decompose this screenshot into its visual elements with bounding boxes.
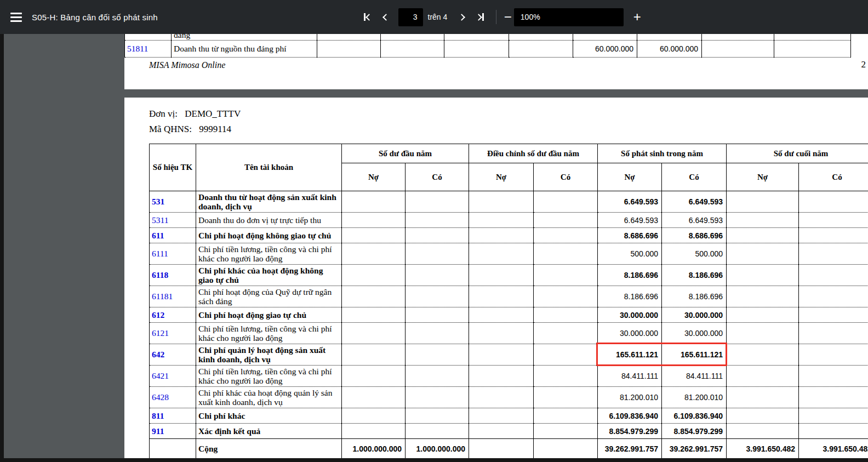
col-header-name: Tên tài khoản xyxy=(196,144,342,191)
account-name: Doanh thu do đơn vị tự trực tiếp thu xyxy=(196,213,342,228)
account-name: Chi phí tiền lương, tiền công và chi phí… xyxy=(196,243,342,265)
pdf-page-3: Đơn vị: DEMO_TTTV Mã QHNS: 9999114 Số hi… xyxy=(124,98,868,458)
amount-cell xyxy=(469,439,534,459)
amount-cell xyxy=(342,307,406,323)
clipped-text: đảng xyxy=(172,34,317,40)
amount-cell xyxy=(534,439,598,459)
amount-cell: 1.000.000.000 xyxy=(406,439,469,459)
toolbar-divider xyxy=(496,10,496,24)
first-page-icon[interactable] xyxy=(362,11,374,23)
table-row: 612Chi phí hoạt động giao tự chủ30.000.0… xyxy=(150,307,868,323)
amount-cell xyxy=(799,213,868,228)
report-header: Đơn vị: DEMO_TTTV Mã QHNS: 9999114 xyxy=(149,109,868,139)
amount-cell xyxy=(534,213,598,228)
account-link[interactable]: 612 xyxy=(150,307,196,323)
account-name: Chi phí khác của hoạt động không giao tự… xyxy=(196,265,342,286)
amount-cell xyxy=(799,243,868,265)
account-link[interactable]: 5311 xyxy=(150,213,196,228)
chevron-right-icon[interactable] xyxy=(457,13,466,22)
qhns-label: Mã QHNS: xyxy=(149,124,192,135)
table-row: 6428Chi phí khác của hoạt động quản lý s… xyxy=(150,387,868,408)
prev-page-table-fragment: đảng 51811 Doanh thu từ nguồn thu đảng p… xyxy=(124,34,851,58)
col-header-account: Số hiệu TK xyxy=(150,144,196,191)
amount-cell xyxy=(799,366,868,387)
amount-cell xyxy=(534,191,598,213)
amount-cell xyxy=(727,286,799,307)
col-subheader-credit: Có xyxy=(799,163,868,191)
amount-cell: 6.649.593 xyxy=(662,213,727,228)
amount-cell xyxy=(342,366,406,387)
amount-cell xyxy=(469,228,534,243)
amount-cell xyxy=(799,191,868,213)
amount-cell xyxy=(727,213,799,228)
zoom-in-button[interactable]: + xyxy=(631,10,643,24)
account-link[interactable]: 811 xyxy=(150,408,196,424)
amount-cell xyxy=(727,424,799,439)
amount-cell xyxy=(342,286,406,307)
amount-cell xyxy=(799,228,868,243)
amount-cell: 30.000.000 xyxy=(598,323,662,344)
account-link[interactable]: 611 xyxy=(150,228,196,243)
amount-cell: 6.649.593 xyxy=(598,213,662,228)
amount-cell: 8.686.696 xyxy=(598,228,662,243)
amount-cell: 8.186.696 xyxy=(598,265,662,286)
amount-cell xyxy=(799,408,868,424)
amount-cell xyxy=(469,366,534,387)
zoom-level-input[interactable] xyxy=(514,8,624,26)
account-name: Doanh thu từ nguồn thu đảng phí xyxy=(172,41,317,58)
amount-cell xyxy=(342,424,406,439)
amount-cell xyxy=(534,366,598,387)
amount-cell: 8.854.979.299 xyxy=(662,424,727,439)
account-link xyxy=(150,439,196,459)
account-name: Chi phí hoạt động của Quỹ dự trữ ngân sá… xyxy=(196,286,342,307)
amount-cell xyxy=(534,387,598,408)
table-row: 531Doanh thu từ hoạt động sản xuất kinh … xyxy=(150,191,868,213)
page-number-input[interactable] xyxy=(398,8,423,26)
amount-cell xyxy=(799,286,868,307)
amount-cell xyxy=(534,408,598,424)
account-link[interactable]: 6118 xyxy=(150,265,196,286)
page-navigation: trên 4 − + xyxy=(362,0,643,34)
zoom-out-button[interactable]: − xyxy=(502,10,514,24)
amount-cell xyxy=(406,366,469,387)
amount-cell xyxy=(469,387,534,408)
amount-cell xyxy=(727,387,799,408)
amount-cell xyxy=(406,228,469,243)
last-page-icon[interactable] xyxy=(474,11,486,23)
account-name: Chi phí tiền lương, tiền công và chi phí… xyxy=(196,366,342,387)
amount-cell: 500.000 xyxy=(662,243,727,265)
account-name: Chi phí quản lý hoạt động sản xuất kinh … xyxy=(196,344,342,366)
amount-cell: 8.686.696 xyxy=(662,228,727,243)
account-link[interactable]: 911 xyxy=(150,424,196,439)
account-name: Xác định kết quả xyxy=(196,424,342,439)
account-link[interactable]: 642 xyxy=(150,344,196,366)
report-footer: MISA Mimosa Online xyxy=(149,60,225,70)
amount-cell xyxy=(534,323,598,344)
account-name: Chi phí khác của hoạt động quản lý sản x… xyxy=(196,387,342,408)
account-link[interactable]: 51811 xyxy=(125,41,172,58)
account-link[interactable]: 6428 xyxy=(150,387,196,408)
chevron-left-icon[interactable] xyxy=(381,13,391,22)
account-link[interactable]: 6111 xyxy=(150,243,196,265)
amount-cell xyxy=(342,408,406,424)
amount-cell xyxy=(342,344,406,366)
amount-cell xyxy=(406,286,469,307)
col-group-closing: Số dư cuối năm xyxy=(727,144,868,163)
amount-cell: 81.200.010 xyxy=(598,387,662,408)
amount-cell xyxy=(406,323,469,344)
account-link[interactable]: 61181 xyxy=(150,286,196,307)
amount-cell xyxy=(469,408,534,424)
amount-cell xyxy=(727,243,799,265)
amount-cell xyxy=(342,265,406,286)
account-name: Chi phí hoạt động giao tự chủ xyxy=(196,307,342,323)
table-row: 6118Chi phí khác của hoạt động không gia… xyxy=(150,265,868,286)
pdf-toolbar: S05-H: Bảng cân đối số phát sinh trên 4 … xyxy=(0,0,868,34)
account-link[interactable]: 531 xyxy=(150,191,196,213)
amount-cell xyxy=(406,265,469,286)
account-link[interactable]: 6421 xyxy=(150,366,196,387)
amount-cell xyxy=(799,344,868,366)
account-link[interactable]: 6121 xyxy=(150,323,196,344)
amount-cell: 84.411.111 xyxy=(598,366,662,387)
amount-cell xyxy=(406,408,469,424)
menu-icon[interactable] xyxy=(8,10,24,24)
